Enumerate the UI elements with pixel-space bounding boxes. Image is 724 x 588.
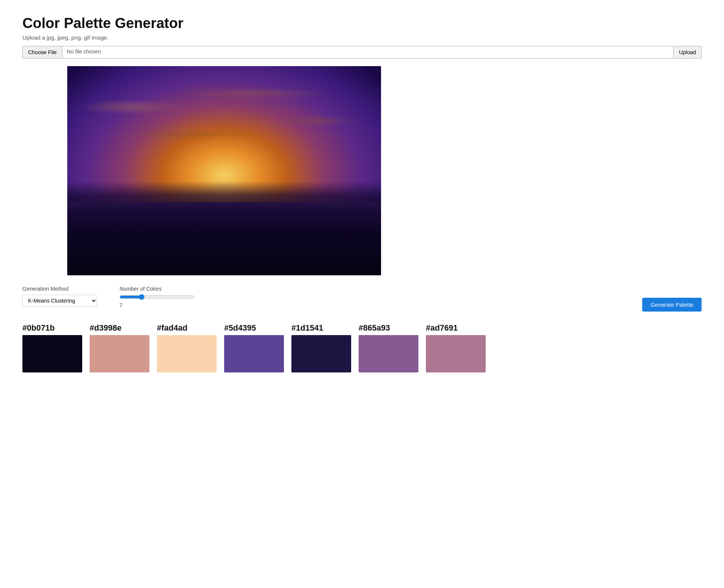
color-swatch <box>90 335 149 372</box>
choose-file-button[interactable]: Choose File <box>22 46 62 59</box>
uploaded-image <box>67 66 381 275</box>
page-title: Color Palette Generator <box>22 15 702 31</box>
color-swatch <box>426 335 486 372</box>
palette-item: #5d4395 <box>224 323 284 372</box>
colors-label: Number of Colors <box>120 286 194 292</box>
upload-button[interactable]: Upload <box>674 46 702 59</box>
colors-slider[interactable] <box>120 294 194 300</box>
colors-group: Number of Colors 7 <box>120 286 194 308</box>
color-hex-label: #1d1541 <box>291 323 323 333</box>
palette-item: #865a93 <box>359 323 418 372</box>
slider-value: 7 <box>120 302 194 308</box>
color-hex-label: #0b071b <box>22 323 55 333</box>
generate-palette-button[interactable]: Generate Palette <box>642 298 702 312</box>
color-swatch <box>291 335 351 372</box>
color-swatch <box>157 335 217 372</box>
palette-section: #0b071b#d3998e#fad4ad#5d4395#1d1541#865a… <box>22 323 702 372</box>
method-label: Generation Method <box>22 286 97 292</box>
color-hex-label: #5d4395 <box>224 323 256 333</box>
file-name-display: No file chosen <box>62 46 674 59</box>
color-hex-label: #865a93 <box>359 323 390 333</box>
city-layer <box>67 181 381 275</box>
method-group: Generation Method K-Means Clustering Med… <box>22 286 97 307</box>
color-swatch <box>224 335 284 372</box>
palette-item: #1d1541 <box>291 323 351 372</box>
color-swatch <box>359 335 418 372</box>
controls-bar: Generation Method K-Means Clustering Med… <box>22 286 702 323</box>
palette-item: #fad4ad <box>157 323 217 372</box>
method-select[interactable]: K-Means Clustering Median Cut Octree <box>22 295 97 307</box>
palette-item: #0b071b <box>22 323 82 372</box>
palette-item: #d3998e <box>90 323 149 372</box>
file-input-row: Choose File No file chosen Upload <box>22 46 702 59</box>
controls-row: Generation Method K-Means Clustering Med… <box>22 286 194 308</box>
page-subtitle: Upload a jpg, jpeg, png, gif image. <box>22 34 702 41</box>
image-container <box>22 66 702 275</box>
color-swatch <box>22 335 82 372</box>
color-hex-label: #fad4ad <box>157 323 188 333</box>
color-hex-label: #d3998e <box>90 323 121 333</box>
palette-item: #ad7691 <box>426 323 486 372</box>
color-hex-label: #ad7691 <box>426 323 458 333</box>
